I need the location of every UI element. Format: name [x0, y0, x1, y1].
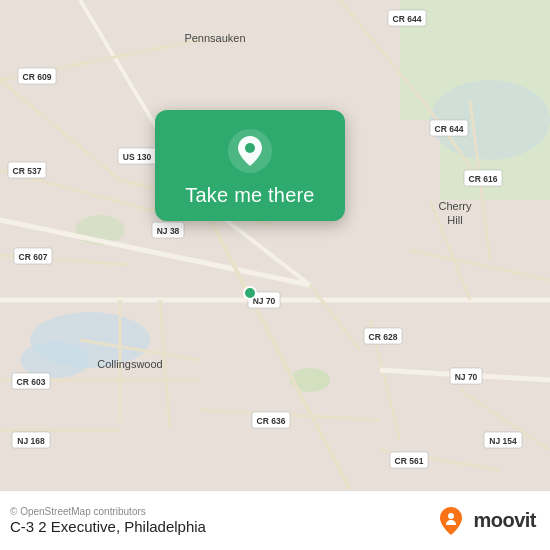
svg-point-2 — [20, 342, 90, 378]
svg-text:CR 609: CR 609 — [23, 72, 52, 82]
map-background: CR 609 CR 644 CR 644 CR 537 US 130 CR 61… — [0, 0, 550, 490]
take-me-there-button[interactable]: Take me there — [185, 184, 314, 207]
svg-point-74 — [245, 143, 255, 153]
bottom-left-info: © OpenStreetMap contributors C-3 2 Execu… — [10, 506, 206, 535]
svg-text:Cherry: Cherry — [438, 200, 472, 212]
location-text: C-3 2 Executive, Philadelphia — [10, 518, 206, 535]
svg-text:CR 644: CR 644 — [393, 14, 422, 24]
svg-text:CR 607: CR 607 — [19, 252, 48, 262]
svg-text:Pennsauken: Pennsauken — [184, 32, 245, 44]
svg-text:CR 561: CR 561 — [395, 456, 424, 466]
svg-text:US 130: US 130 — [123, 152, 152, 162]
moovit-logo[interactable]: moovit — [435, 505, 536, 537]
svg-text:Collingswood: Collingswood — [97, 358, 162, 370]
svg-text:NJ 70: NJ 70 — [455, 372, 478, 382]
svg-text:CR 537: CR 537 — [13, 166, 42, 176]
svg-text:CR 636: CR 636 — [257, 416, 286, 426]
svg-text:CR 603: CR 603 — [17, 377, 46, 387]
svg-text:CR 628: CR 628 — [369, 332, 398, 342]
svg-point-75 — [448, 513, 454, 519]
svg-text:NJ 70: NJ 70 — [253, 296, 276, 306]
location-pin-icon — [227, 128, 273, 174]
moovit-icon — [435, 505, 467, 537]
map-container: CR 609 CR 644 CR 644 CR 537 US 130 CR 61… — [0, 0, 550, 490]
svg-point-72 — [244, 287, 256, 299]
svg-text:CR 616: CR 616 — [469, 174, 498, 184]
svg-text:Hill: Hill — [447, 214, 462, 226]
svg-text:CR 644: CR 644 — [435, 124, 464, 134]
svg-text:NJ 38: NJ 38 — [157, 226, 180, 236]
popup-card[interactable]: Take me there — [155, 110, 345, 221]
svg-text:NJ 154: NJ 154 — [489, 436, 517, 446]
svg-text:NJ 168: NJ 168 — [17, 436, 45, 446]
bottom-bar: © OpenStreetMap contributors C-3 2 Execu… — [0, 490, 550, 550]
copyright-text: © OpenStreetMap contributors — [10, 506, 206, 517]
moovit-name: moovit — [473, 509, 536, 532]
